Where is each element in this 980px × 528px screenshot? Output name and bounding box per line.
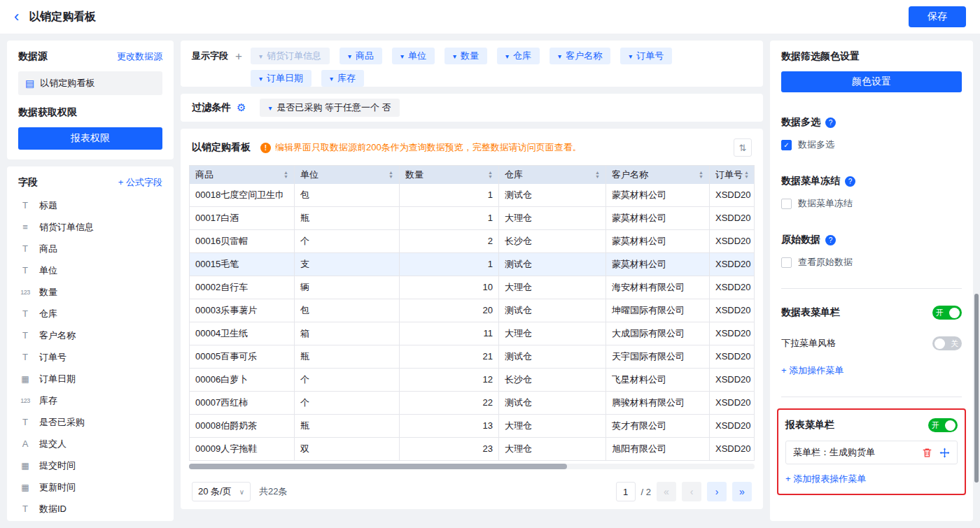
report-permission-button[interactable]: 报表权限: [18, 127, 162, 150]
column-header[interactable]: 商品▲▼: [190, 166, 295, 184]
next-page-button[interactable]: ›: [707, 482, 727, 501]
field-item[interactable]: T 标题: [18, 194, 162, 216]
table-cell: 双: [295, 438, 400, 460]
add-formula-field-link[interactable]: + 公式字段: [118, 176, 162, 189]
sort-button[interactable]: ⇅: [734, 138, 752, 157]
table-row[interactable]: 00002自行车辆10大理仓海安材料有限公司XSDD20: [190, 276, 754, 299]
display-field-chip[interactable]: ▾仓库: [497, 48, 540, 64]
sort-icons[interactable]: ▲▼: [595, 171, 600, 179]
checkbox-label: 查看原始数据: [798, 256, 853, 269]
table-cell: XSDD20: [710, 184, 755, 206]
display-field-chip[interactable]: ▾客户名称: [550, 48, 610, 64]
table-row[interactable]: 00005百事可乐瓶21测试仓天宇国际有限公司XSDD20: [190, 345, 754, 369]
vertical-scrollbar[interactable]: [974, 294, 979, 483]
column-header[interactable]: 仓库▲▼: [499, 166, 606, 184]
chevron-down-icon: ▾: [259, 52, 262, 60]
field-item[interactable]: ▦ 更新时间: [18, 476, 162, 498]
last-page-button[interactable]: »: [732, 482, 752, 501]
display-field-chip[interactable]: ▾数量: [444, 48, 487, 64]
checkbox-row[interactable]: 查看原始数据: [781, 256, 962, 269]
table-row[interactable]: 00017白酒瓶1大理仓蒙莫材料公司XSDD20: [190, 207, 754, 230]
chevron-down-icon: ▾: [629, 52, 632, 60]
report-menu-item[interactable]: 菜单栏：生成购货单: [785, 441, 958, 464]
gear-icon[interactable]: ⚙: [237, 101, 246, 114]
report-menu-title: 报表菜单栏: [785, 419, 834, 431]
back-icon[interactable]: ‹: [14, 9, 19, 24]
field-item[interactable]: ▦ 订单日期: [18, 368, 162, 390]
page-input[interactable]: 1: [616, 482, 636, 501]
field-item[interactable]: T 数据ID: [18, 498, 162, 520]
sort-icons[interactable]: ▲▼: [284, 171, 288, 179]
table-row[interactable]: 00016贝雷帽个2长沙仓蒙莫材料公司XSDD20: [190, 230, 754, 253]
checkbox[interactable]: ✓: [781, 140, 792, 150]
add-display-field-icon[interactable]: +: [235, 50, 242, 62]
checkbox-row[interactable]: 数据菜单冻结: [781, 197, 962, 210]
column-header[interactable]: 客户名称▲▼: [606, 166, 710, 184]
help-icon[interactable]: ?: [825, 235, 836, 245]
sort-icons[interactable]: ▲▼: [488, 171, 493, 179]
display-field-chip[interactable]: ▾单位: [392, 48, 435, 64]
help-icon[interactable]: ?: [825, 117, 836, 128]
field-item[interactable]: A 提交人: [18, 433, 162, 455]
table-cell: 11: [400, 322, 499, 345]
column-header[interactable]: 订单号▲▼: [710, 166, 755, 184]
field-item[interactable]: T 订单号: [18, 346, 162, 368]
table-row[interactable]: 00008伯爵奶茶瓶13大理仓英才有限公司XSDD20: [190, 415, 754, 438]
column-header[interactable]: 数量▲▼: [400, 166, 499, 184]
field-item[interactable]: 123 数量: [18, 281, 162, 303]
field-item[interactable]: T 商品: [18, 238, 162, 259]
table-row[interactable]: 00003乐事薯片包20测试仓坤曜国际有限公司XSDD20: [190, 299, 754, 322]
display-field-chip[interactable]: ▾销货订单信息: [251, 48, 330, 64]
checkbox[interactable]: [781, 199, 792, 209]
change-datasource-link[interactable]: 更改数据源: [117, 50, 162, 63]
date-field-icon: ▦: [18, 483, 32, 492]
dropdown-style-toggle[interactable]: 关: [932, 336, 962, 350]
display-field-chip[interactable]: ▾订单号: [620, 48, 672, 64]
table-row[interactable]: 00015毛笔支1测试仓蒙莫材料公司XSDD20: [190, 253, 754, 276]
field-item[interactable]: T 客户名称: [18, 324, 162, 346]
table-row[interactable]: 00006白萝卜个12长沙仓飞星材料公司XSDD20: [190, 369, 754, 392]
checkbox[interactable]: [781, 257, 792, 268]
table-row[interactable]: 00018七度空间卫生巾包1测试仓蒙莫材料公司XSDD20: [190, 184, 754, 207]
sort-icons[interactable]: ▲▼: [744, 171, 749, 179]
page-size-select[interactable]: 20 条/页 ∨: [192, 482, 251, 501]
trash-icon[interactable]: [922, 448, 932, 458]
horizontal-scrollbar-thumb[interactable]: [189, 464, 567, 469]
display-field-chip[interactable]: ▾订单日期: [251, 70, 312, 87]
field-item[interactable]: ▦ 提交时间: [18, 455, 162, 476]
horizontal-scrollbar[interactable]: [189, 464, 755, 469]
move-icon[interactable]: [939, 448, 950, 458]
display-field-chip[interactable]: ▾库存: [321, 70, 364, 87]
checkbox-row[interactable]: ✓ 数据多选: [781, 138, 962, 151]
top-header: ‹ 以销定购看板 保存: [0, 0, 980, 34]
number-field-icon: 123: [18, 397, 32, 404]
add-action-menu-link[interactable]: + 添加操作菜单: [781, 364, 962, 377]
table-cell: 00007西红柿: [190, 392, 295, 414]
display-field-chip[interactable]: ▾商品: [340, 48, 382, 64]
table-row[interactable]: 00007西红柿个22测试仓腾骏材料有限公司XSDD20: [190, 392, 754, 415]
field-item[interactable]: T 仓库: [18, 303, 162, 324]
datasource-item[interactable]: ▤ 以销定购看板: [18, 71, 162, 95]
total-count: 共22条: [259, 485, 287, 498]
table-row[interactable]: 00004卫生纸箱11大理仓大成国际有限公司XSDD20: [190, 322, 754, 345]
report-menu-toggle[interactable]: 开: [928, 418, 958, 432]
help-icon[interactable]: ?: [845, 176, 855, 187]
save-button[interactable]: 保存: [909, 6, 966, 27]
table-row[interactable]: 00009人字拖鞋双23大理仓旭阳有限公司XSDD20: [190, 438, 754, 461]
field-item[interactable]: 123 库存: [18, 390, 162, 411]
table-cell: 20: [400, 299, 499, 322]
first-page-button[interactable]: «: [657, 482, 676, 501]
add-report-menu-link[interactable]: + 添加报表操作菜单: [785, 473, 958, 485]
color-settings-button[interactable]: 颜色设置: [781, 71, 962, 92]
table-menu-toggle[interactable]: 开: [932, 306, 962, 320]
filter-condition-chip[interactable]: ▾ 是否已采购 等于任意一个 否: [260, 99, 399, 117]
sort-icons[interactable]: ▲▼: [699, 171, 704, 179]
field-item[interactable]: T 单位: [18, 259, 162, 281]
text-field-icon: T: [18, 265, 32, 276]
field-item[interactable]: ≡ 销货订单信息: [18, 216, 162, 238]
prev-page-button[interactable]: ‹: [682, 482, 701, 501]
field-item[interactable]: T 是否已采购: [18, 411, 162, 433]
chevron-down-icon: ▾: [400, 52, 404, 60]
sort-icons[interactable]: ▲▼: [388, 171, 393, 179]
column-header[interactable]: 单位▲▼: [295, 166, 400, 184]
